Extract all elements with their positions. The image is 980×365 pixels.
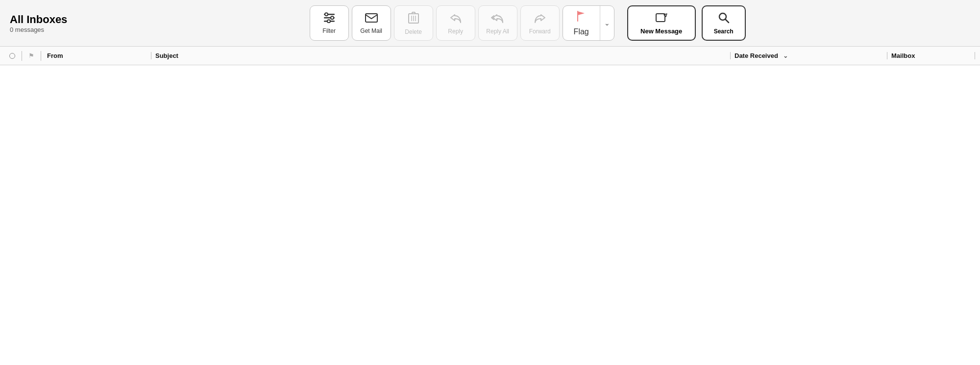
reply-label: Reply [448, 28, 463, 35]
message-count: 0 messages [10, 26, 67, 33]
svg-point-1 [325, 13, 328, 16]
delete-label: Delete [405, 28, 422, 35]
flag-label: Flag [574, 27, 589, 36]
flag-group: Flag ⌄ [563, 5, 614, 41]
title-block: All Inboxes 0 messages [10, 13, 67, 33]
all-inboxes-title: All Inboxes [10, 13, 67, 26]
svg-point-3 [331, 16, 334, 19]
column-headers: ⚑ From Subject Date Received ⌄ Mailbox [0, 47, 980, 65]
col-flag-header: ⚑ [24, 52, 39, 59]
flag-button[interactable]: Flag [563, 6, 600, 40]
chevron-down-icon: ⌄ [604, 19, 610, 27]
reply-icon [449, 12, 463, 26]
get-mail-icon [365, 12, 378, 25]
separator-2 [41, 51, 41, 61]
date-received-label: Date Received [735, 52, 778, 59]
search-icon [717, 11, 730, 26]
svg-rect-15 [656, 14, 665, 22]
flag-chevron-button[interactable]: ⌄ [600, 6, 614, 40]
read-circle-icon [9, 53, 15, 59]
svg-point-5 [327, 20, 330, 23]
reply-all-icon [490, 12, 506, 26]
delete-button[interactable]: Delete [394, 5, 433, 41]
filter-label: Filter [322, 27, 336, 34]
forward-button[interactable]: Forward [520, 5, 560, 41]
separator-1 [22, 51, 22, 61]
get-mail-label: Get Mail [360, 27, 382, 34]
sort-arrow-icon: ⌄ [783, 52, 788, 59]
col-mailbox-header[interactable]: Mailbox [887, 52, 975, 59]
search-label: Search [714, 28, 734, 35]
svg-rect-6 [366, 14, 377, 22]
reply-button[interactable]: Reply [436, 5, 475, 41]
reply-all-label: Reply All [486, 28, 509, 35]
toolbar: All Inboxes 0 messages Filter [0, 0, 980, 47]
flag-header-icon: ⚑ [28, 52, 34, 59]
forward-icon [533, 12, 547, 26]
col-read-indicator [5, 53, 20, 59]
message-list [0, 65, 980, 365]
reply-all-button[interactable]: Reply All [478, 5, 517, 41]
new-message-icon [655, 12, 668, 25]
filter-icon [323, 12, 336, 25]
col-from-header[interactable]: From [43, 52, 151, 59]
svg-line-18 [725, 19, 729, 23]
col-date-header[interactable]: Date Received ⌄ [730, 52, 887, 59]
filter-button[interactable]: Filter [310, 5, 349, 41]
col-subject-header[interactable]: Subject [151, 52, 730, 59]
delete-icon [408, 11, 419, 26]
search-button[interactable]: Search [702, 5, 746, 41]
new-message-button[interactable]: New Message [627, 5, 696, 41]
forward-label: Forward [529, 28, 551, 35]
get-mail-button[interactable]: Get Mail [352, 5, 391, 41]
toolbar-buttons: Filter Get Mail [85, 5, 970, 41]
flag-icon [576, 10, 587, 25]
new-message-label: New Message [640, 27, 682, 35]
